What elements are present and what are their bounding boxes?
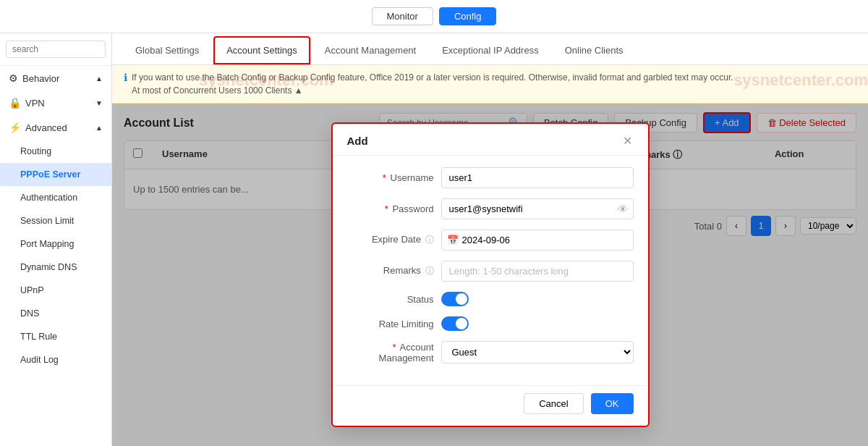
modal-title: Add [347, 135, 368, 147]
info-main-text: If you want to use the Batch Config or B… [132, 71, 733, 84]
info-banner: ℹ If you want to use the Batch Config or… [112, 65, 868, 104]
form-row-remarks: Remarks ⓘ [347, 261, 634, 282]
watermark-right: sysnetcenter.com [733, 71, 868, 90]
help-icon[interactable]: ⓘ [425, 235, 434, 245]
expire-date-input[interactable] [441, 230, 634, 251]
help-icon[interactable]: ⓘ [425, 266, 434, 276]
toggle-knob [456, 293, 467, 305]
sidebar-item-port-mapping[interactable]: Port Mapping [0, 232, 111, 256]
tab-account-settings[interactable]: Account Settings [213, 36, 310, 64]
sidebar-item-dns[interactable]: DNS [0, 302, 111, 325]
sidebar-search-input[interactable] [6, 41, 106, 58]
monitor-button[interactable]: Monitor [372, 7, 433, 25]
config-button[interactable]: Config [439, 7, 497, 25]
sidebar-item-label: Routing [20, 146, 51, 156]
tab-global-settings[interactable]: Global Settings [124, 38, 210, 64]
tab-exceptional-ip[interactable]: Exceptional IP Address [430, 38, 550, 64]
sidebar-item-dynamic-dns[interactable]: Dynamic DNS [0, 256, 111, 279]
cancel-button[interactable]: Cancel [524, 393, 583, 414]
form-row-account-management: * Account Management Guest Standard Prem… [347, 341, 634, 363]
info-icon: ℹ [124, 72, 127, 83]
sidebar-item-session-limit[interactable]: Session Limit [0, 209, 111, 232]
content-area: Account List 🔍 Batch Config Backup Confi… [112, 104, 868, 446]
sidebar-group-behavior: ⚙ Behavior ▲ [0, 66, 111, 91]
sidebar-item-audit-log[interactable]: Audit Log [0, 348, 111, 371]
sidebar-item-upnp[interactable]: UPnP [0, 279, 111, 302]
modal-footer: Cancel OK [333, 385, 648, 426]
eye-icon[interactable]: 👁 [618, 203, 628, 215]
form-row-expire-date: Expire Date ⓘ 📅 [347, 230, 634, 251]
behavior-icon: ⚙ [9, 72, 18, 84]
expire-date-label: Expire Date ⓘ [347, 234, 441, 246]
toggle-knob [456, 318, 467, 329]
form-row-username: * Username [347, 167, 634, 188]
modal-close-button[interactable]: ✕ [621, 134, 634, 148]
account-management-select[interactable]: Guest Standard Premium [441, 341, 634, 363]
sidebar-item-label: Dynamic DNS [20, 262, 77, 272]
chevron-down-icon: ▼ [95, 99, 103, 107]
ok-button[interactable]: OK [591, 393, 634, 414]
form-row-rate-limiting: Rate Limiting [347, 316, 634, 331]
required-star: * [393, 342, 396, 353]
sidebar-item-label: Authentication [20, 193, 77, 203]
remarks-label: Remarks ⓘ [347, 265, 441, 277]
sidebar-item-authentication[interactable]: Authentication [0, 186, 111, 209]
password-label: * Password [347, 203, 441, 214]
sidebar-item-behavior[interactable]: ⚙ Behavior ▲ [0, 66, 111, 91]
sidebar-item-pppoe-server[interactable]: PPPoE Server [0, 163, 111, 186]
tab-online-clients[interactable]: Online Clients [553, 38, 635, 64]
advanced-icon: ⚡ [9, 122, 21, 133]
remarks-input[interactable] [441, 261, 634, 282]
sidebar-group-advanced: ⚡ Advanced ▲ Routing PPPoE Server Authen… [0, 115, 111, 371]
info-text: If you want to use the Batch Config or B… [132, 71, 733, 97]
sidebar-item-routing[interactable]: Routing [0, 140, 111, 163]
main-content: Global Settings Account Settings Account… [112, 33, 868, 446]
password-input[interactable] [441, 198, 634, 219]
username-input[interactable] [441, 167, 634, 188]
required-star: * [385, 203, 388, 214]
sidebar-item-ttl-rule[interactable]: TTL Rule [0, 325, 111, 348]
sidebar-item-label: TTL Rule [20, 332, 57, 342]
username-label: * Username [347, 172, 441, 183]
sidebar-item-label: PPPoE Server [20, 169, 80, 180]
form-row-status: Status [347, 292, 634, 306]
required-star: * [383, 172, 386, 183]
sidebar-item-label: DNS [20, 308, 39, 319]
sidebar: ⚙ Behavior ▲ 🔒 VPN ▼ ⚡ Advanced ▲ Routin… [0, 33, 112, 446]
status-toggle[interactable] [441, 292, 469, 306]
chevron-up-icon: ▲ [95, 124, 103, 132]
rate-limiting-toggle[interactable] [441, 316, 469, 331]
sidebar-item-vpn[interactable]: 🔒 VPN ▼ [0, 91, 111, 115]
info-sub-text: At most of Concurrent Users 1000 Clients… [132, 84, 733, 97]
modal-body: * Username * Password [333, 156, 648, 385]
password-input-wrap: 👁 [441, 198, 634, 219]
layout: ⚙ Behavior ▲ 🔒 VPN ▼ ⚡ Advanced ▲ Routin… [0, 33, 868, 446]
vpn-icon: 🔒 [9, 97, 21, 109]
sidebar-group-vpn: 🔒 VPN ▼ [0, 91, 111, 115]
modal-overlay: Add ✕ * Username [112, 104, 868, 446]
chevron-down-icon: ▲ [95, 75, 103, 83]
sidebar-item-label: Session Limit [20, 216, 74, 226]
sidebar-item-label: VPN [25, 98, 45, 109]
sidebar-item-label: UPnP [20, 285, 44, 295]
sidebar-item-label: Audit Log [20, 355, 59, 365]
sidebar-item-label: Port Mapping [20, 239, 74, 249]
tab-bar: Global Settings Account Settings Account… [112, 33, 868, 65]
sidebar-item-label: Advanced [25, 122, 67, 133]
expire-date-wrap: 📅 [441, 230, 634, 251]
add-modal: Add ✕ * Username [331, 122, 650, 427]
sidebar-item-label: Behavior [22, 73, 59, 84]
sidebar-search-wrap [0, 33, 111, 66]
top-nav: Monitor Config [0, 0, 868, 33]
tab-account-management[interactable]: Account Management [313, 38, 427, 64]
rate-limiting-label: Rate Limiting [347, 319, 441, 329]
top-nav-buttons: Monitor Config [372, 7, 497, 25]
status-label: Status [347, 294, 441, 305]
account-management-label: * Account Management [347, 342, 441, 363]
modal-header: Add ✕ [333, 124, 648, 156]
sidebar-item-advanced[interactable]: ⚡ Advanced ▲ [0, 115, 111, 140]
form-row-password: * Password 👁 [347, 198, 634, 219]
